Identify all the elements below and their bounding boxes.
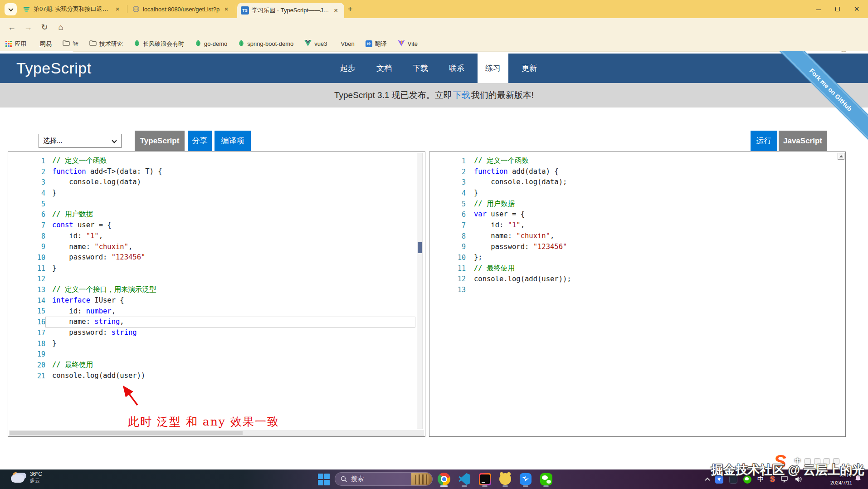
bookmarks-bar: 应用网易智技术研究长风破浪会有时go-demospring-boot-demov… (0, 36, 868, 51)
home-button[interactable]: ⌂ (55, 22, 66, 33)
code-line[interactable]: 18} (9, 338, 424, 349)
code-line[interactable]: 6var user = { (430, 209, 845, 220)
bookmark-item[interactable]: 智 (63, 40, 78, 48)
new-tab-button[interactable]: + (345, 4, 356, 15)
code-line[interactable]: 1// 定义一个函数 (430, 156, 845, 166)
minimize-button[interactable]: ─ (809, 0, 828, 18)
scroll-up-button[interactable] (838, 153, 844, 160)
code-line[interactable]: 16 name: string, (9, 317, 424, 328)
code-line[interactable]: 8 name: "chuxin", (430, 231, 845, 242)
code-line[interactable]: 15 id: number, (9, 306, 424, 317)
taskbar-app[interactable] (458, 471, 471, 487)
code-line[interactable]: 12 (9, 274, 424, 285)
run-button[interactable]: 运行 (751, 131, 777, 151)
taskbar-app[interactable] (478, 471, 492, 487)
nav-item-文档[interactable]: 文档 (369, 54, 400, 83)
code-line[interactable]: 17 password: string (9, 328, 424, 338)
nav-item-更新[interactable]: 更新 (514, 54, 545, 83)
code-line[interactable]: 9 password: "123456" (430, 242, 845, 253)
maximize-button[interactable] (828, 0, 847, 18)
nav-item-练习[interactable]: 练习 (478, 54, 508, 83)
typescript-tab-button[interactable]: TypeScript (135, 131, 185, 151)
code-line[interactable]: 11} (9, 263, 424, 274)
bookmark-item[interactable]: Vben (338, 40, 354, 47)
bookmark-item[interactable]: 应用 (5, 40, 26, 48)
bookmark-item[interactable]: 网易 (37, 40, 52, 48)
code-line[interactable]: 3 console.log(data); (430, 177, 845, 188)
code-line[interactable]: 5// 用户数据 (430, 199, 845, 210)
typescript-logo[interactable]: TypeScript (16, 54, 92, 83)
code-line[interactable]: 21console.log(add(user)) (9, 371, 424, 381)
browser-tab[interactable]: TS学习乐园 · TypeScript——Java× (237, 3, 344, 18)
download-link[interactable]: 下载 (453, 89, 470, 101)
code-line[interactable]: 11// 最终使用 (430, 263, 845, 274)
browser-tab[interactable]: 第07期: 实现分页和接口返回~× (19, 0, 126, 18)
code-line[interactable]: 20// 最终使用 (9, 360, 424, 371)
line-number: 4 (9, 189, 45, 197)
nav-item-起步[interactable]: 起步 (332, 54, 363, 83)
code-line[interactable]: 13// 定义一个接口，用来演示泛型 (9, 284, 424, 295)
site-nav: 起步文档下载联系练习更新 (332, 54, 545, 83)
taskbar-app[interactable] (519, 471, 532, 487)
code-line[interactable]: 14interface IUser { (9, 295, 424, 306)
close-button[interactable]: ✕ (847, 0, 866, 18)
back-button[interactable]: ← (6, 22, 17, 33)
tab-close-icon[interactable]: × (332, 6, 340, 15)
leaf-icon (134, 39, 140, 49)
code-line[interactable]: 5 (9, 199, 424, 210)
bookmark-item[interactable]: Vite (398, 39, 418, 48)
code-line[interactable]: 12console.log(add(user)); (430, 274, 845, 285)
taskbar-app[interactable] (498, 471, 512, 487)
code-line[interactable]: 10}; (430, 252, 845, 263)
tab-close-icon[interactable]: × (113, 5, 122, 13)
search-highlight-image[interactable] (411, 473, 432, 486)
code-line[interactable]: 4} (430, 188, 845, 199)
code-line[interactable]: 9 name: "chuxin", (9, 242, 424, 253)
code-line[interactable]: 3 console.log(data) (9, 177, 424, 188)
code-line[interactable]: 7const user = { (9, 220, 424, 231)
compiler-options-button[interactable]: 编译项 (215, 131, 251, 151)
code-line[interactable]: 8 id: "1", (9, 231, 424, 242)
reload-button[interactable]: ↻ (39, 22, 50, 33)
taskbar-app[interactable] (539, 471, 553, 487)
code-line[interactable]: 13 (430, 284, 845, 295)
nav-item-下载[interactable]: 下载 (405, 54, 436, 83)
typescript-code[interactable]: 1// 定义一个函数2function add<T>(data: T) {3 c… (9, 152, 424, 436)
taskbar-app[interactable] (437, 471, 451, 487)
bookmark-item[interactable]: spring-boot-demo (238, 39, 293, 49)
tab-close-icon[interactable]: × (222, 5, 230, 13)
weather-widget[interactable]: 36°C 多云 (11, 471, 42, 484)
nav-item-联系[interactable]: 联系 (441, 54, 472, 83)
editor-horizontal-scrollbar[interactable] (9, 430, 424, 436)
taskbar-search[interactable]: 搜索 (335, 472, 433, 486)
bookmark-item[interactable]: go-demo (195, 39, 227, 49)
code-line[interactable]: 6// 用户数据 (9, 209, 424, 220)
forward-button[interactable]: → (23, 22, 34, 33)
code-line[interactable]: 4} (9, 188, 424, 199)
bookmark-item[interactable]: 译翻译 (366, 40, 387, 48)
javascript-output-panel[interactable]: 1// 定义一个函数2function add(data) {3 console… (429, 152, 846, 437)
line-number: 8 (9, 232, 45, 240)
start-button[interactable] (318, 474, 330, 485)
editor-vertical-scrollbar[interactable] (417, 153, 423, 429)
bookmark-item[interactable]: 长风破浪会有时 (134, 39, 184, 49)
code-line[interactable]: 1// 定义一个函数 (9, 156, 424, 166)
sample-select[interactable]: 选择... (39, 134, 122, 148)
code-line[interactable]: 2function add<T>(data: T) { (9, 166, 424, 177)
tab-title: localhost:8080/user/getList?p (143, 6, 219, 13)
bookmark-item[interactable]: vue3 (304, 40, 327, 48)
tray-chevron-up-icon[interactable] (706, 478, 709, 481)
code-line[interactable]: 10 password: "123456" (9, 252, 424, 263)
code-line[interactable]: 7 id: "1", (430, 220, 845, 231)
leaf-icon (195, 39, 201, 49)
scrollbar-thumb[interactable] (10, 431, 243, 435)
code-line[interactable]: 2function add(data) { (430, 166, 845, 177)
typescript-editor-panel[interactable]: 1// 定义一个函数2function add<T>(data: T) {3 c… (8, 152, 425, 437)
scrollbar-thumb[interactable] (418, 242, 422, 253)
share-button[interactable]: 分享 (188, 131, 212, 151)
javascript-tab-button[interactable]: JavaScript (779, 131, 827, 151)
tab-search-button[interactable] (5, 3, 17, 15)
browser-tab[interactable]: localhost:8080/user/getList?p× (128, 0, 235, 18)
code-line[interactable]: 19 (9, 349, 424, 360)
bookmark-item[interactable]: 技术研究 (89, 40, 123, 48)
